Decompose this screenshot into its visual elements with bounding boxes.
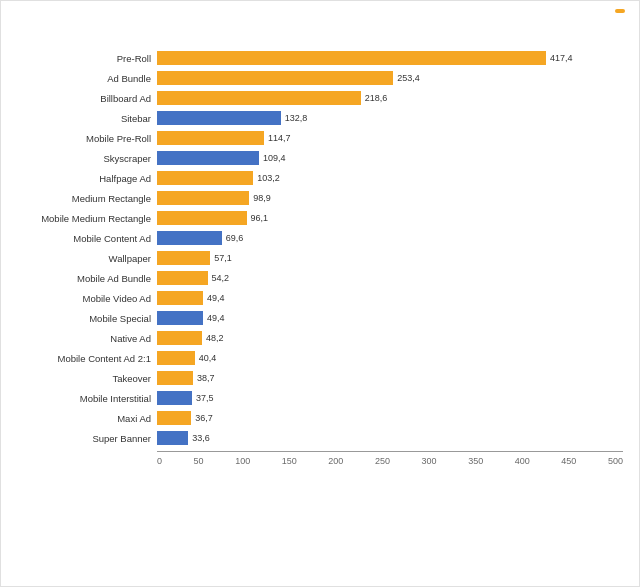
bar-label: Halfpage Ad bbox=[17, 173, 157, 184]
bar-track: 109,4 bbox=[157, 151, 623, 165]
bar-row: Pre-Roll417,4 bbox=[17, 49, 623, 67]
bar-label: Mobile Content Ad bbox=[17, 233, 157, 244]
bar-value: 54,2 bbox=[212, 273, 230, 283]
bar-track: 96,1 bbox=[157, 211, 623, 225]
bar-row: Mobile Ad Bundle54,2 bbox=[17, 269, 623, 287]
bar-track: 218,6 bbox=[157, 91, 623, 105]
bar-value: 218,6 bbox=[365, 93, 388, 103]
bar-row: Mobile Video Ad49,4 bbox=[17, 289, 623, 307]
bar-row: Mobile Content Ad69,6 bbox=[17, 229, 623, 247]
bar-label: Wallpaper bbox=[17, 253, 157, 264]
bar-row: Native Ad48,2 bbox=[17, 329, 623, 347]
bar-fill bbox=[157, 431, 188, 445]
chart-container: Pre-Roll417,4Ad Bundle253,4Billboard Ad2… bbox=[0, 0, 640, 587]
bar-label: Skyscraper bbox=[17, 153, 157, 164]
bar-track: 114,7 bbox=[157, 131, 623, 145]
bar-track: 36,7 bbox=[157, 411, 623, 425]
bar-track: 49,4 bbox=[157, 311, 623, 325]
x-tick: 100 bbox=[235, 456, 250, 466]
bar-fill bbox=[157, 311, 203, 325]
bar-value: 69,6 bbox=[226, 233, 244, 243]
x-axis-ticks: 050100150200250300350400450500 bbox=[157, 456, 623, 466]
bar-track: 132,8 bbox=[157, 111, 623, 125]
chart-area: Pre-Roll417,4Ad Bundle253,4Billboard Ad2… bbox=[17, 49, 623, 449]
bar-label: Mobile Medium Rectangle bbox=[17, 213, 157, 224]
bar-row: Medium Rectangle98,9 bbox=[17, 189, 623, 207]
bar-track: 103,2 bbox=[157, 171, 623, 185]
x-tick: 250 bbox=[375, 456, 390, 466]
bar-track: 49,4 bbox=[157, 291, 623, 305]
bar-value: 57,1 bbox=[214, 253, 232, 263]
x-tick: 500 bbox=[608, 456, 623, 466]
bar-fill bbox=[157, 111, 281, 125]
bar-label: Ad Bundle bbox=[17, 73, 157, 84]
bar-row: Sitebar132,8 bbox=[17, 109, 623, 127]
x-tick: 350 bbox=[468, 456, 483, 466]
bar-track: 69,6 bbox=[157, 231, 623, 245]
logo bbox=[615, 9, 625, 13]
bar-label: Super Banner bbox=[17, 433, 157, 444]
bar-fill bbox=[157, 211, 247, 225]
bar-fill bbox=[157, 171, 253, 185]
bar-label: Pre-Roll bbox=[17, 53, 157, 64]
bar-value: 132,8 bbox=[285, 113, 308, 123]
bar-label: Takeover bbox=[17, 373, 157, 384]
bar-row: Takeover38,7 bbox=[17, 369, 623, 387]
bar-value: 38,7 bbox=[197, 373, 215, 383]
bar-value: 37,5 bbox=[196, 393, 214, 403]
bar-fill bbox=[157, 271, 208, 285]
bar-row: Skyscraper109,4 bbox=[17, 149, 623, 167]
bar-track: 98,9 bbox=[157, 191, 623, 205]
bar-fill bbox=[157, 51, 546, 65]
bar-fill bbox=[157, 351, 195, 365]
bar-value: 48,2 bbox=[206, 333, 224, 343]
bar-track: 40,4 bbox=[157, 351, 623, 365]
bar-fill bbox=[157, 151, 259, 165]
bar-value: 36,7 bbox=[195, 413, 213, 423]
bar-value: 49,4 bbox=[207, 313, 225, 323]
bar-value: 33,6 bbox=[192, 433, 210, 443]
bar-row: Mobile Content Ad 2:140,4 bbox=[17, 349, 623, 367]
bar-row: Ad Bundle253,4 bbox=[17, 69, 623, 87]
x-tick: 50 bbox=[194, 456, 204, 466]
bar-fill bbox=[157, 251, 210, 265]
bar-track: 57,1 bbox=[157, 251, 623, 265]
bar-row: Maxi Ad36,7 bbox=[17, 409, 623, 427]
bar-value: 109,4 bbox=[263, 153, 286, 163]
bar-label: Mobile Video Ad bbox=[17, 293, 157, 304]
bar-track: 33,6 bbox=[157, 431, 623, 445]
bar-fill bbox=[157, 391, 192, 405]
bar-track: 38,7 bbox=[157, 371, 623, 385]
bar-track: 37,5 bbox=[157, 391, 623, 405]
bar-label: Mobile Content Ad 2:1 bbox=[17, 353, 157, 364]
bar-fill bbox=[157, 291, 203, 305]
bar-value: 40,4 bbox=[199, 353, 217, 363]
bar-row: Billboard Ad218,6 bbox=[17, 89, 623, 107]
bar-fill bbox=[157, 371, 193, 385]
bar-label: Mobile Special bbox=[17, 313, 157, 324]
bar-track: 54,2 bbox=[157, 271, 623, 285]
chart-title bbox=[17, 17, 623, 39]
x-tick: 200 bbox=[328, 456, 343, 466]
bar-row: Wallpaper57,1 bbox=[17, 249, 623, 267]
bar-label: Native Ad bbox=[17, 333, 157, 344]
bar-row: Mobile Medium Rectangle96,1 bbox=[17, 209, 623, 227]
bar-label: Mobile Interstitial bbox=[17, 393, 157, 404]
x-tick: 150 bbox=[282, 456, 297, 466]
x-tick: 0 bbox=[157, 456, 162, 466]
bar-value: 49,4 bbox=[207, 293, 225, 303]
bar-track: 417,4 bbox=[157, 51, 623, 65]
bar-fill bbox=[157, 191, 249, 205]
bar-label: Maxi Ad bbox=[17, 413, 157, 424]
bar-label: Medium Rectangle bbox=[17, 193, 157, 204]
bar-fill bbox=[157, 71, 393, 85]
bar-value: 96,1 bbox=[251, 213, 269, 223]
bar-fill bbox=[157, 131, 264, 145]
bar-label: Mobile Pre-Roll bbox=[17, 133, 157, 144]
bar-row: Super Banner33,6 bbox=[17, 429, 623, 447]
x-axis: 050100150200250300350400450500 bbox=[157, 456, 623, 466]
bar-track: 253,4 bbox=[157, 71, 623, 85]
bar-label: Mobile Ad Bundle bbox=[17, 273, 157, 284]
bar-label: Sitebar bbox=[17, 113, 157, 124]
x-tick: 400 bbox=[515, 456, 530, 466]
